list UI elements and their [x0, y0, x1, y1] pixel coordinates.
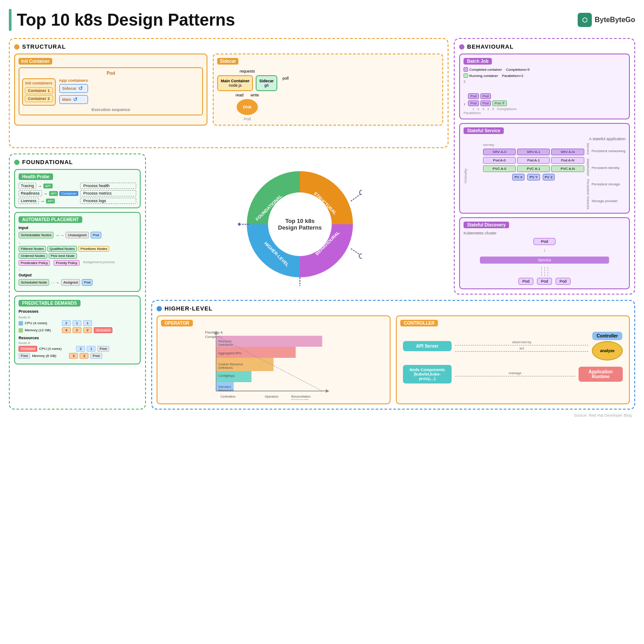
schedulable-box: Schedulable Nodes	[19, 232, 54, 238]
batch-job-box: Batch Job Completed container Completion…	[459, 54, 630, 119]
execution-label: Execution sequence	[22, 107, 199, 112]
node-components-box: Node Components (kubelet,kube-proxy,...)	[403, 365, 452, 383]
mem-val3: 2	[83, 327, 92, 333]
batch-job-label: Batch Job	[464, 58, 492, 65]
crd-label: Custom Resource	[218, 363, 243, 366]
controller-section-label: CONTROLLER	[400, 320, 438, 326]
write-label: write	[251, 93, 259, 97]
statefulset-rlabel: StatefulSet	[586, 158, 590, 176]
section-behavioural: BEHAVIOURAL Batch Job Completed containe…	[454, 38, 635, 295]
rotate-icon: ↺	[78, 85, 83, 92]
completed-swatch	[464, 67, 468, 72]
liveness-label: Liveness	[19, 198, 39, 204]
pvc-grid: PVC A-0 PVC A-1 PVC A-N	[483, 165, 584, 172]
policy-row: Predicates Policy Priority Policy Assign…	[19, 260, 136, 266]
section-foundational: FOUNDATIONAL Health Probe Tracing → API …	[9, 153, 146, 410]
res-cpu-row: Stranded CPU (4 cores) 2 1 Free	[19, 346, 136, 352]
app-cont-label: App containers	[59, 78, 88, 83]
cpu-res1: 2	[76, 346, 85, 352]
dashed-line1	[541, 267, 542, 276]
behavioural-dot	[459, 44, 464, 50]
arrow-structural	[351, 193, 362, 201]
srv-a0: SRV A-0	[483, 149, 516, 155]
cpu-val3: 1	[83, 320, 92, 326]
completions-axis: 1 2 3 4 5 Completions	[464, 107, 625, 111]
flexibility-label: Flexibility &	[205, 330, 223, 334]
stateful-service-box: Stateful Service A stateful application …	[459, 123, 630, 214]
stranded-res: Stranded	[19, 346, 37, 352]
batch-y-axis: 2 1	[464, 80, 465, 106]
arrow1: →	[38, 184, 42, 188]
logo-icon: ⬡	[578, 13, 592, 27]
pod-1-1: Pod	[468, 100, 479, 106]
stateful-right-labels: Service StatefulSet Persistent Volumes	[586, 143, 590, 209]
arrow-input: → ···	[55, 233, 64, 238]
stranded-val: Stranded	[94, 327, 112, 333]
cpu-color	[19, 321, 23, 326]
res-def-label: Resource	[218, 340, 232, 343]
container-badge: Container	[59, 191, 78, 196]
tracing-label: Tracing	[19, 183, 36, 189]
higher-inner: OPERATOR Flexibility & Complexity	[157, 315, 630, 404]
arrow-down2: ↓	[19, 267, 136, 272]
hp-left: Tracing → API Readiness → API Container …	[19, 183, 78, 204]
cpu-free: Free	[97, 346, 109, 352]
arrow-down: ↓	[19, 240, 136, 245]
mem-free: Free	[90, 353, 102, 359]
mem-label2: Memory (8 GB)	[32, 354, 67, 358]
sidecar-right: poll	[283, 69, 289, 80]
pod-an: Pod A-N	[551, 157, 584, 164]
sidecar-title: Sidecar	[259, 79, 274, 83]
cpu-val1: 2	[62, 320, 71, 326]
app-containers: App containers Sidecar ↺ Main ↺	[59, 78, 88, 105]
pod-2-2: Pod	[480, 93, 491, 99]
sidecar-item: Sidecar ↺	[59, 84, 88, 93]
filtered-nodes: Filtered Nodes	[19, 246, 46, 252]
disc-arrows	[541, 267, 548, 276]
output-row: Scheduled Node · · → Assigned Pod	[19, 279, 136, 286]
structural-inner: Init Container Pod Init containers Conta…	[14, 54, 443, 126]
down-arrow: ↓	[543, 247, 546, 253]
main-container-box: Main Container node.js	[217, 75, 253, 91]
disc-service: Service	[480, 257, 610, 264]
running-swatch	[464, 73, 468, 78]
main-item: Main ↺	[59, 95, 88, 104]
observed-by-label: observed by	[512, 340, 532, 344]
ordinality-label: Ordinality	[464, 143, 481, 209]
page-title-container: Top 10 k8s Design Patterns	[9, 9, 235, 31]
disc-pod2: Pod	[537, 278, 552, 285]
operator-chart-svg: Flexibility & Complexity	[161, 329, 386, 400]
dashed-line2	[544, 267, 545, 276]
container1: Container 1	[25, 87, 53, 94]
cpu-val2: 1	[73, 320, 81, 326]
nodejs-label: node.js	[221, 83, 249, 88]
logo: ⬡ ByteByteGo	[578, 13, 635, 27]
controller-box: CONTROLLER API Server observed by act Co…	[396, 315, 630, 404]
res-def-label2: Definitions	[218, 343, 233, 346]
pvc-a0: PVC A-0	[483, 165, 516, 172]
arrow3: →	[40, 199, 45, 203]
pod-a1: Pod A-1	[517, 157, 550, 164]
mem-val1: 4	[62, 327, 71, 333]
operators-x-label: Operators	[265, 395, 279, 399]
dot-structural	[360, 190, 362, 195]
ctrl-line2	[455, 351, 588, 352]
service-rlabel: Service	[586, 143, 590, 155]
assigned-box: Assigned	[61, 279, 80, 286]
act-label: act	[519, 346, 524, 350]
pod-inner: Init containers Container 1 Container 2 …	[22, 78, 199, 106]
pick-best-node: Pick best Node	[49, 253, 77, 259]
health-probe-label: Health Probe	[19, 173, 53, 180]
res-mem-row: Free Memory (8 GB) 3 2 Free	[19, 353, 136, 359]
controllers-x-label: Controllers	[221, 395, 236, 398]
aggregated-label: Aggregated APIs	[218, 352, 242, 355]
mem-res1: 3	[69, 353, 78, 359]
node-a-label1: Node A	[19, 315, 136, 319]
tracing-row: Tracing → API	[19, 183, 78, 189]
behavioural-label: BEHAVIOURAL	[459, 43, 630, 50]
priority-policy: Priority Policy	[54, 260, 79, 266]
poll-label: poll	[283, 76, 289, 80]
prioritized-nodes: Prioritizes Nodes	[78, 246, 109, 252]
sidecar-diagram: requests Main Container node.js Sidecar …	[217, 69, 439, 121]
predictable-demands-box: PREDICTABLE DEMANDS Processes Node A CPU…	[14, 295, 141, 364]
